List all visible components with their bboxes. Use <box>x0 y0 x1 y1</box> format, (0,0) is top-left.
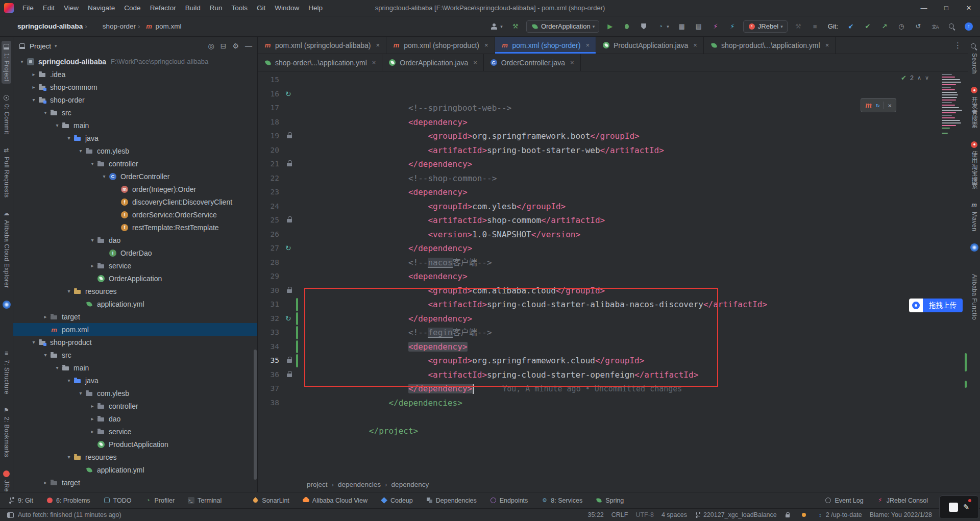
tool-problems[interactable]: 6: Problems <box>46 497 90 504</box>
menu-item[interactable]: Git <box>252 0 270 16</box>
tree-expand-icon[interactable]: ▸ <box>88 429 97 434</box>
ime-toolbar[interactable]: ✎ <box>939 495 979 519</box>
tree-expand-icon[interactable]: ▸ <box>41 314 50 319</box>
editor-tab[interactable]: pom.xml (shop-order) × <box>495 37 596 54</box>
code-text[interactable]: </dependency> <box>300 284 968 298</box>
tree-row[interactable]: ▸ target <box>13 476 257 489</box>
line-number[interactable]: 35 <box>258 354 284 368</box>
gutter-icon[interactable] <box>284 101 296 115</box>
code-line[interactable]: 31 <!--fegin客户端--> <box>258 297 968 312</box>
line-number[interactable]: 31 <box>258 297 284 312</box>
tree-row[interactable]: application.yml <box>13 463 257 476</box>
tool-alibaba-cloud-explorer[interactable]: Alibaba Cloud Explorer <box>2 208 11 290</box>
tool-alibaba-cloud-view[interactable]: Alibaba Cloud View <box>303 497 368 504</box>
editor-tab[interactable]: shop-product\...\application.yml × <box>704 37 836 54</box>
code-text[interactable]: <groupId>org.springframework.cloud</grou… <box>300 326 968 340</box>
gutter-icon[interactable] <box>284 200 296 214</box>
line-number[interactable]: 27 <box>258 241 284 256</box>
code-line[interactable]: 32 <dependency> <box>258 312 968 326</box>
git-branch[interactable]: 220127_xgc_loadBalance <box>695 511 777 518</box>
tree-expand-icon[interactable]: ▾ <box>53 365 62 370</box>
tree-row[interactable]: ▾ shop-order <box>13 93 257 106</box>
gutter-icon[interactable] <box>284 157 296 171</box>
line-number[interactable]: 19 <box>258 129 284 143</box>
menu-item[interactable]: Edit <box>38 0 59 16</box>
tree-row[interactable]: ▸ dao <box>13 412 257 425</box>
menu-item[interactable]: Window <box>270 0 304 16</box>
code-text[interactable]: </project> <box>300 396 968 410</box>
layout-grid-icon[interactable] <box>676 21 688 32</box>
gutter-icon[interactable] <box>284 284 296 298</box>
search-everywhere-button[interactable] <box>946 21 958 32</box>
line-number[interactable]: 30 <box>258 284 284 298</box>
tree-row[interactable]: order(Integer):Order <box>13 183 257 195</box>
jrebel-run-button[interactable] <box>709 21 722 32</box>
gutter-icon[interactable] <box>284 312 296 326</box>
menu-item[interactable]: File <box>18 0 38 16</box>
tree-row[interactable]: ▸ service <box>13 259 257 272</box>
line-number[interactable]: 21 <box>258 157 284 171</box>
inspections-widget[interactable]: ✔ 2 ∧ ∨ <box>901 74 929 82</box>
tree-row[interactable]: ▾ controller <box>13 157 257 170</box>
code-text[interactable]: <artifactId>spring-cloud-starter-alibaba… <box>300 269 968 284</box>
code-text[interactable]: <groupId>com.ylesb</groupId> <box>300 171 968 186</box>
menu-item[interactable]: Code <box>119 0 145 16</box>
editor-tab[interactable]: ProductApplication.java × <box>596 37 704 54</box>
code-text[interactable]: <!--nacos客户端--> <box>300 228 968 242</box>
tree-row[interactable]: restTemplate:RestTemplate <box>13 221 257 234</box>
tree-expand-icon[interactable]: ▾ <box>88 161 97 166</box>
tree-row[interactable]: ▸ controller <box>13 400 257 412</box>
breadcrumb-item[interactable]: pom.xml <box>138 22 182 30</box>
tree-expand-icon[interactable]: ▾ <box>41 110 50 115</box>
maximize-button[interactable]: □ <box>935 0 958 16</box>
line-number[interactable]: 22 <box>258 171 284 186</box>
close-icon[interactable]: × <box>570 59 574 66</box>
tool-cloud-disc[interactable] <box>2 299 12 311</box>
menu-item[interactable]: Run <box>205 0 227 16</box>
tool-developer-search[interactable]: 开发者搜索 <box>969 84 979 131</box>
tool-git[interactable]: 9: Git <box>8 497 33 504</box>
tool-maven[interactable]: Maven <box>969 200 979 234</box>
close-icon[interactable]: × <box>585 41 590 49</box>
build-project-button[interactable] <box>509 21 522 32</box>
editor-tab[interactable]: OrderApplication.java × <box>382 54 483 71</box>
gutter-icon[interactable] <box>284 73 296 87</box>
hide-button[interactable]: — <box>245 42 252 50</box>
tree-expand-icon[interactable]: ▸ <box>88 263 97 268</box>
gutter-icon[interactable] <box>284 340 296 354</box>
tree-row[interactable]: ▾ java <box>13 374 257 387</box>
tree-row[interactable]: ▾ com.ylesb <box>13 387 257 400</box>
code-line[interactable]: 34 <artifactId>spring-cloud-starter-open… <box>258 340 968 354</box>
tool-todo[interactable]: TODO <box>104 497 132 504</box>
collapse-all-button[interactable]: ⊟ <box>220 42 227 50</box>
tool-structure[interactable]: 7: Structure <box>2 348 11 396</box>
notification-icon[interactable] <box>801 512 810 518</box>
tool-event-log[interactable]: Event Log <box>825 497 863 504</box>
tool-cloud-disc-right[interactable] <box>969 241 979 254</box>
line-number[interactable]: 15 <box>258 73 284 87</box>
profiler-button[interactable]: ▾ <box>654 21 671 32</box>
line-number[interactable]: 38 <box>258 396 284 410</box>
tree-expand-icon[interactable]: ▸ <box>29 84 38 90</box>
gutter-icon[interactable] <box>284 382 296 396</box>
code-line[interactable]: 22 <groupId>com.ylesb</groupId> <box>258 171 968 186</box>
tree-row[interactable]: orderService:OrderService <box>13 208 257 221</box>
line-number[interactable]: 37 <box>258 382 284 396</box>
close-icon[interactable]: × <box>484 41 488 49</box>
history-button[interactable] <box>895 21 908 32</box>
code-line[interactable]: 26 <!--nacos客户端--> <box>258 228 968 242</box>
line-number[interactable]: 36 <box>258 368 284 382</box>
code-editor[interactable]: 15 <!--springboot-web--> 16 <box>258 71 968 477</box>
caret-position[interactable]: 35:22 <box>588 511 604 518</box>
menu-item[interactable]: Build <box>181 0 205 16</box>
tree-row[interactable]: OrderApplication <box>13 272 257 285</box>
build-disabled-icon[interactable] <box>792 21 804 32</box>
line-number[interactable]: 23 <box>258 185 284 200</box>
minimap[interactable] <box>941 72 964 134</box>
tree-row[interactable]: ▾ java <box>13 132 257 144</box>
code-text[interactable]: <dependency> <box>300 241 968 256</box>
code-line[interactable]: 27 <dependency> <box>258 241 968 256</box>
code-text[interactable]: <dependency> <box>300 157 968 171</box>
code-line[interactable]: 37 <box>258 382 968 396</box>
tree-expand-icon[interactable]: ▾ <box>41 352 50 358</box>
